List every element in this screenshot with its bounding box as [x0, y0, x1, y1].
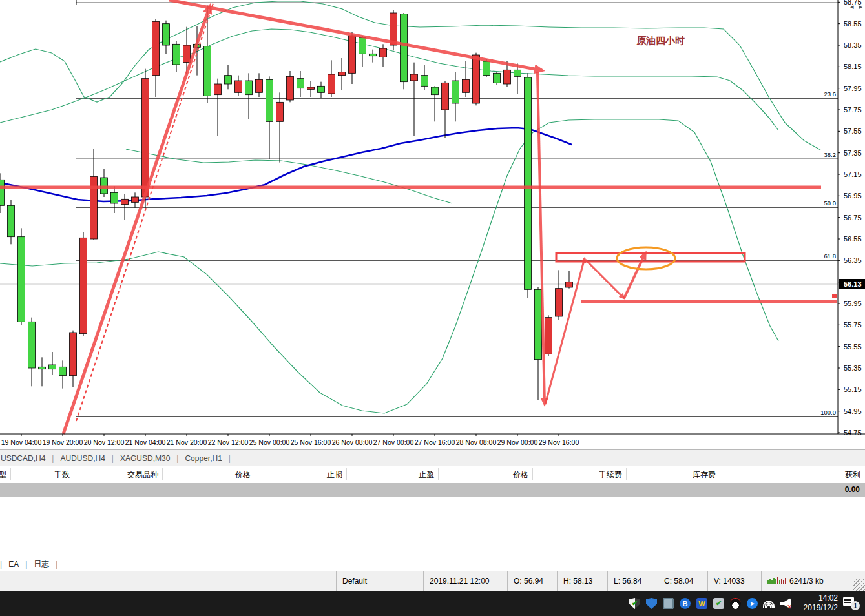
candle-bearish [266, 79, 273, 121]
time-tick-label[interactable]: 22 Nov 12:00 [208, 438, 249, 446]
status-cell[interactable]: 6241/3 kb [761, 571, 833, 591]
tab-scroll-right-icon[interactable]: ▸ [859, 3, 862, 11]
status-cell[interactable]: L: 56.84 [607, 571, 658, 591]
time-tick-label[interactable]: 26 Nov 08:00 [332, 438, 373, 446]
time-tick-label[interactable]: 27 Nov 16:00 [415, 438, 455, 446]
column-divider[interactable] [626, 468, 627, 480]
drawn-trend-arrow[interactable] [63, 6, 210, 434]
column-divider[interactable] [162, 468, 163, 480]
wifi-icon[interactable] [764, 599, 774, 608]
notification-badge: 1 [851, 601, 860, 610]
status-cell-label: H: 58.13 [563, 577, 592, 586]
symbol-tab-usdcad[interactable]: USDCAD,H4 [0, 454, 52, 463]
remote-desktop-icon[interactable] [663, 598, 674, 609]
column-divider[interactable] [255, 468, 255, 480]
trade-panel-summary-row: 0.00 [0, 483, 865, 497]
time-tick-label[interactable]: 21 Nov 04:00 [125, 438, 166, 446]
column-header[interactable]: 价格 [235, 469, 251, 480]
symbol-tab-xagusd[interactable]: XAGUSD,M30 [114, 454, 176, 463]
drawn-trend-arrow[interactable] [585, 260, 624, 298]
time-tick-label[interactable]: 29 Nov 16:00 [539, 438, 579, 446]
column-divider[interactable] [10, 468, 11, 480]
symbol-tab-copper[interactable]: Copper,H1 [178, 454, 228, 463]
time-tick-label[interactable]: 25 Nov 00:00 [249, 438, 290, 446]
qq-icon[interactable] [730, 598, 741, 609]
time-tick-label[interactable]: 19 Nov 20:00 [43, 438, 83, 446]
column-divider[interactable] [532, 468, 533, 480]
candle-bearish [401, 14, 408, 82]
system-tray[interactable]: ✔BW✔➤✕ [629, 591, 791, 616]
symbol-tab-audusd[interactable]: AUDUSD,H4 [54, 454, 111, 463]
price-chart[interactable]: 23.638.250.061.8100.0原油四小时58.7558.5558.3… [0, 0, 865, 449]
terminal-tab-ea[interactable]: EA [2, 560, 25, 569]
candle-bullish [504, 70, 511, 84]
candle-bearish [59, 367, 67, 375]
column-header[interactable]: 价格 [513, 469, 528, 480]
terminal-tab-log[interactable]: 日志 [27, 559, 56, 570]
candle-bullish [473, 55, 480, 103]
tab-scroll-left-icon[interactable]: ◂ [850, 3, 854, 11]
fib-level-label: 61.8 [824, 252, 837, 260]
security-shield-icon[interactable] [646, 598, 657, 609]
profit-total: 0.00 [845, 485, 860, 494]
bollinger-inner-lower [126, 149, 452, 203]
column-divider[interactable] [74, 468, 74, 480]
column-divider[interactable] [346, 468, 347, 480]
column-divider[interactable] [720, 468, 720, 480]
bluetooth-icon[interactable]: B [680, 598, 691, 609]
clock-date: 2019/12/2 [804, 603, 838, 613]
column-header[interactable]: 止损 [327, 469, 342, 480]
instrument-tabs-bar: USDCAD,H4|AUDUSD,H4|XAGUSD,M30|Copper,H1… [0, 449, 865, 466]
candle-bearish [39, 367, 46, 369]
tab-scroll-arrows[interactable]: ◂ ▸ [850, 3, 862, 11]
candle-bullish [411, 74, 418, 81]
status-cell-label: O: 56.94 [514, 577, 543, 586]
candle-bullish [307, 87, 315, 89]
volume-muted-icon[interactable]: ✕ [780, 598, 791, 609]
candle-bearish [297, 79, 304, 88]
candle-bearish [318, 86, 325, 92]
time-tick-label[interactable]: 27 Nov 00:00 [373, 438, 414, 446]
update-check-icon[interactable]: ✔ [713, 598, 724, 609]
resize-grip[interactable] [853, 579, 865, 591]
time-tick-label[interactable]: 28 Nov 08:00 [456, 438, 497, 446]
bollinger-outer-lower [0, 119, 778, 413]
candle-bearish [432, 87, 439, 95]
taskbar-clock[interactable]: 14:02 2019/12/2 [804, 593, 838, 613]
time-tick-label[interactable]: 19 Nov 04:00 [1, 438, 42, 446]
column-header[interactable]: 交易品种 [127, 469, 158, 480]
status-cell[interactable]: H: 58.13 [557, 571, 607, 591]
status-cell[interactable]: Default [336, 571, 423, 591]
terminal-tabs: |EA|日志| [0, 557, 865, 571]
candle-bullish [183, 45, 191, 63]
price-tick-label: 55.75 [844, 321, 862, 329]
column-header[interactable]: 类型 [0, 469, 6, 480]
candle-bullish [339, 72, 346, 76]
windows-taskbar[interactable]: ✔BW✔➤✕ 14:02 2019/12/2 1 [0, 591, 865, 616]
w-app-icon[interactable]: W [696, 598, 707, 609]
status-cell[interactable]: O: 56.94 [507, 571, 557, 591]
trade-panel-empty-area [0, 497, 865, 557]
chart-canvas[interactable]: 23.638.250.061.8100.0原油四小时58.7558.5558.3… [0, 0, 865, 449]
status-cell[interactable]: 2019.11.21 12:00 [423, 571, 507, 591]
action-center-icon[interactable]: 1 [843, 596, 860, 610]
column-header[interactable]: 止盈 [419, 469, 434, 480]
drawn-ellipse[interactable] [617, 247, 675, 269]
column-header[interactable]: 库存费 [693, 469, 716, 480]
tab-separator: | [56, 560, 57, 569]
time-tick-label[interactable]: 25 Nov 16:00 [291, 438, 331, 446]
column-divider[interactable] [438, 468, 439, 480]
price-tick-label: 56.35 [844, 256, 862, 264]
status-cell[interactable]: C: 58.04 [658, 571, 707, 591]
time-tick-label[interactable]: 20 Nov 12:00 [84, 438, 125, 446]
candle-bearish [204, 46, 211, 96]
column-header[interactable]: 获利 [845, 469, 860, 480]
column-header[interactable]: 手数 [54, 469, 70, 480]
drawn-trend-arrow[interactable] [624, 253, 645, 298]
status-cell[interactable]: V: 14033 [707, 571, 761, 591]
column-header[interactable]: 手续费 [599, 469, 622, 480]
time-tick-label[interactable]: 21 Nov 20:00 [167, 438, 207, 446]
thunder-icon[interactable]: ➤ [747, 598, 758, 609]
time-tick-label[interactable]: 29 Nov 00:00 [497, 438, 538, 446]
windows-defender-icon[interactable]: ✔ [629, 598, 640, 609]
